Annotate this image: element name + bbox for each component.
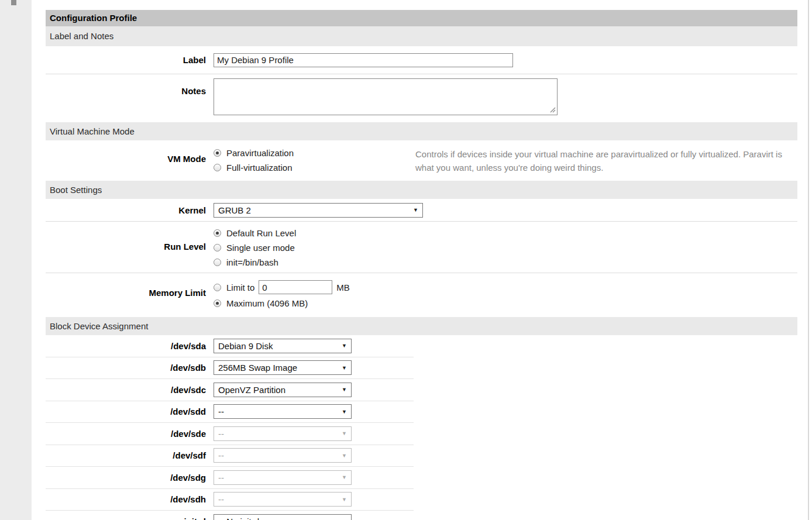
- vm-mode-row: VM Mode Paravirtualization Full-virtuali…: [46, 140, 797, 179]
- dropdown-arrow-icon: ▼: [342, 343, 347, 349]
- memory-limit-row: Memory Limit Limit to MB Maximum (4096 M…: [46, 273, 797, 315]
- device-label-sdf: /dev/sdf: [46, 450, 214, 460]
- vm-mode-paravirtualization-radio[interactable]: [214, 149, 221, 157]
- device-row-sda: /dev/sda Debian 9 Disk ▼: [46, 335, 414, 357]
- initrd-label: initrd: [46, 516, 214, 520]
- dropdown-arrow-icon: ▼: [342, 431, 347, 436]
- device-select-sdf: -- ▼: [214, 448, 352, 463]
- initrd-select[interactable]: -- No initrd -- ▼: [214, 514, 352, 520]
- device-label-sdc: /dev/sdc: [46, 385, 214, 395]
- memory-maximum-label: Maximum (4096 MB): [226, 298, 308, 308]
- dropdown-arrow-icon: ▼: [342, 453, 347, 458]
- section-header-boot-settings: Boot Settings: [46, 181, 797, 199]
- label-field-label: Label: [46, 55, 214, 65]
- device-row-sde: /dev/sde -- ▼: [46, 423, 414, 445]
- run-level-default-label: Default Run Level: [226, 228, 296, 238]
- device-select-sdb[interactable]: 256MB Swap Image ▼: [214, 360, 352, 375]
- device-label-sdd: /dev/sdd: [46, 407, 214, 416]
- scrollbar-thumb[interactable]: [11, 0, 16, 5]
- section-header-virtual-machine-mode: Virtual Machine Mode: [46, 122, 797, 140]
- device-row-sdb: /dev/sdb 256MB Swap Image ▼: [46, 357, 414, 380]
- kernel-label: Kernel: [46, 205, 214, 215]
- section-header-label-and-notes: Label and Notes: [46, 26, 797, 46]
- notes-textarea[interactable]: [214, 78, 558, 115]
- label-input[interactable]: [214, 53, 513, 67]
- vm-mode-label: VM Mode: [46, 154, 214, 164]
- device-label-sde: /dev/sde: [46, 429, 214, 439]
- dropdown-arrow-icon: ▼: [413, 208, 418, 213]
- device-label-sda: /dev/sda: [46, 341, 214, 351]
- vm-mode-full-virtualization-radio[interactable]: [214, 164, 221, 171]
- dropdown-arrow-icon: ▼: [342, 365, 347, 370]
- device-row-sdc: /dev/sdc OpenVZ Partition ▼: [46, 379, 414, 401]
- device-select-sde: -- ▼: [214, 426, 352, 441]
- device-label-sdh: /dev/sdh: [46, 494, 214, 504]
- page-left-margin: [0, 0, 32, 520]
- run-level-single-user-radio[interactable]: [214, 244, 221, 252]
- memory-limit-unit: MB: [336, 283, 350, 292]
- dropdown-arrow-icon: ▼: [342, 387, 347, 392]
- memory-limit-label: Memory Limit: [46, 288, 214, 298]
- configuration-profile-form: Configuration Profile Label and Notes La…: [46, 10, 797, 520]
- device-select-sdd[interactable]: -- ▼: [214, 404, 352, 419]
- device-select-sdc-value: OpenVZ Partition: [218, 385, 285, 395]
- device-select-sdg: -- ▼: [214, 470, 352, 485]
- dropdown-arrow-icon: ▼: [342, 409, 347, 414]
- dropdown-arrow-icon: ▼: [342, 475, 347, 480]
- device-label-sdb: /dev/sdb: [46, 363, 214, 373]
- vm-mode-full-virtualization-label: Full-virtualization: [226, 163, 293, 173]
- initrd-select-value: -- No initrd --: [218, 516, 267, 520]
- kernel-select-value: GRUB 2: [218, 205, 251, 215]
- device-row-sdg: /dev/sdg -- ▼: [46, 467, 414, 489]
- notes-field-row: Notes: [46, 74, 797, 120]
- kernel-select[interactable]: GRUB 2 ▼: [214, 203, 423, 218]
- memory-limit-input[interactable]: [259, 280, 332, 294]
- dropdown-arrow-icon: ▼: [342, 497, 347, 502]
- device-row-sdf: /dev/sdf -- ▼: [46, 445, 414, 467]
- device-select-sdd-value: --: [218, 407, 224, 416]
- device-select-sdh-value: --: [218, 494, 224, 504]
- device-row-sdh: /dev/sdh -- ▼: [46, 489, 414, 511]
- run-level-default-radio[interactable]: [214, 229, 221, 237]
- run-level-single-user-label: Single user mode: [226, 243, 295, 253]
- run-level-init-bash-label: init=/bin/bash: [226, 257, 278, 267]
- run-level-row: Run Level Default Run Level Single user …: [46, 222, 797, 273]
- device-select-sdb-value: 256MB Swap Image: [218, 363, 297, 373]
- device-select-sde-value: --: [218, 429, 224, 439]
- page-right-border: [808, 0, 809, 520]
- device-select-sdf-value: --: [218, 450, 224, 460]
- page-title: Configuration Profile: [46, 10, 797, 26]
- run-level-label: Run Level: [46, 242, 214, 252]
- device-select-sdh: -- ▼: [214, 492, 352, 507]
- vm-mode-help-text: Controls if devices inside your virtual …: [415, 147, 793, 174]
- run-level-init-bash-radio[interactable]: [214, 259, 221, 266]
- initrd-row: initrd -- No initrd -- ▼: [46, 511, 414, 520]
- section-header-block-device-assignment: Block Device Assignment: [46, 317, 797, 335]
- memory-maximum-radio[interactable]: [214, 299, 221, 307]
- kernel-row: Kernel GRUB 2 ▼: [46, 199, 797, 222]
- device-label-sdg: /dev/sdg: [46, 473, 214, 483]
- device-select-sda[interactable]: Debian 9 Disk ▼: [214, 339, 352, 353]
- memory-limit-to-label: Limit to: [226, 283, 254, 292]
- device-select-sdg-value: --: [218, 473, 224, 483]
- device-select-sda-value: Debian 9 Disk: [218, 341, 273, 351]
- device-select-sdc[interactable]: OpenVZ Partition ▼: [214, 383, 352, 397]
- device-row-sdd: /dev/sdd -- ▼: [46, 401, 414, 423]
- notes-field-label: Notes: [46, 86, 214, 96]
- label-field-row: Label: [46, 46, 797, 74]
- memory-limit-to-radio[interactable]: [214, 284, 221, 291]
- vm-mode-paravirtualization-label: Paravirtualization: [226, 148, 294, 158]
